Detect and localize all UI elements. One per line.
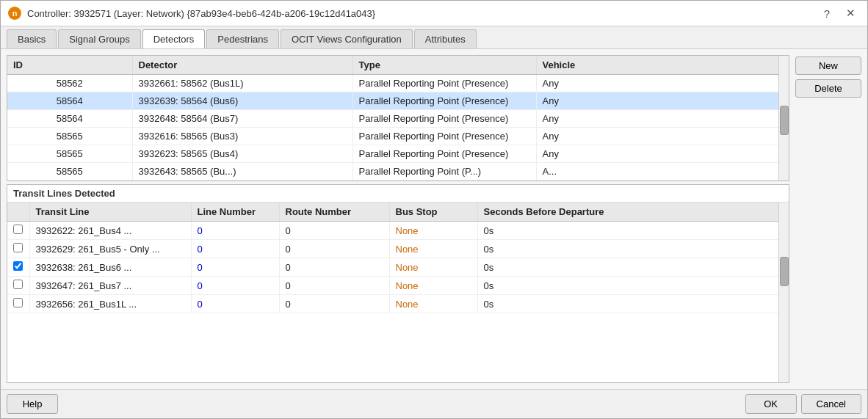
title-bar: n Controller: 3932571 (Layer: Network) {…	[1, 1, 867, 26]
cell-line-number: 0	[191, 277, 279, 295]
window-title: Controller: 3932571 (Layer: Network) {87…	[27, 8, 375, 19]
cell-route-number: 0	[279, 277, 389, 295]
side-buttons: New Delete	[795, 55, 861, 383]
cell-checkbox[interactable]	[7, 240, 29, 258]
col-vehicle: Vehicle	[536, 56, 778, 75]
cell-checkbox[interactable]	[7, 277, 29, 295]
tab-ocit[interactable]: OCIT Views Configuration	[281, 29, 413, 48]
upper-table: ID Detector Type Vehicle 58562 3932661: …	[7, 56, 778, 181]
transit-table-scroll[interactable]: Transit Line Line Number Route Number Bu…	[7, 203, 778, 382]
cell-bus-stop: None	[389, 295, 477, 313]
tab-pedestrians[interactable]: Pedestrians	[206, 29, 279, 48]
cell-type: Parallel Reporting Point (Presence)	[352, 145, 536, 163]
cell-line-number: 0	[191, 222, 279, 240]
cell-vehicle: Any	[536, 92, 778, 110]
main-window: n Controller: 3932571 (Layer: Network) {…	[0, 0, 868, 419]
help-button[interactable]: Help	[7, 394, 58, 414]
cell-type: Parallel Reporting Point (Presence)	[352, 92, 536, 110]
list-item: 3932647: 261_Bus7 ... 0 0 None 0s	[7, 277, 778, 295]
cell-vehicle: Any	[536, 128, 778, 145]
cell-seconds: 0s	[477, 295, 778, 313]
cell-seconds: 0s	[477, 258, 778, 277]
transit-table-wrapper: Transit Line Line Number Route Number Bu…	[7, 203, 789, 382]
cell-vehicle: Any	[536, 145, 778, 163]
tab-detectors[interactable]: Detectors	[142, 29, 206, 48]
upper-scroll-area[interactable]: ID Detector Type Vehicle 58562 3932661: …	[7, 56, 778, 181]
cell-transit-line: 3932656: 261_Bus1L ...	[29, 295, 191, 313]
transit-checkbox[interactable]	[13, 280, 23, 289]
cell-id: 58564	[7, 110, 132, 128]
cell-id: 58565	[7, 145, 132, 163]
cell-bus-stop: None	[389, 222, 477, 240]
footer-right: OK Cancel	[745, 394, 861, 414]
upper-table-body: 58562 3932661: 58562 (Bus1L) Parallel Re…	[7, 75, 778, 181]
list-item: 3932638: 261_Bus6 ... 0 0 None 0s	[7, 258, 778, 277]
cell-checkbox[interactable]	[7, 295, 29, 313]
cell-seconds: 0s	[477, 277, 778, 295]
cell-line-number: 0	[191, 295, 279, 313]
cell-checkbox[interactable]	[7, 222, 29, 240]
tab-attributes[interactable]: Attributes	[414, 29, 477, 48]
cell-type: Parallel Reporting Point (Presence)	[352, 110, 536, 128]
cell-detector: 3932643: 58565 (Bu...)	[132, 163, 352, 181]
content-area: ID Detector Type Vehicle 58562 3932661: …	[1, 49, 867, 389]
tab-basics[interactable]: Basics	[7, 29, 57, 48]
cell-route-number: 0	[279, 295, 389, 313]
col-check	[7, 203, 29, 222]
table-row[interactable]: 58564 3932648: 58564 (Bus7) Parallel Rep…	[7, 110, 778, 128]
upper-scrollbar[interactable]	[778, 56, 789, 181]
cell-line-number: 0	[191, 240, 279, 258]
col-bus-stop: Bus Stop	[389, 203, 477, 222]
upper-table-header-row: ID Detector Type Vehicle	[7, 56, 778, 75]
table-row[interactable]: 58562 3932661: 58562 (Bus1L) Parallel Re…	[7, 75, 778, 92]
table-row[interactable]: 58564 3932639: 58564 (Bus6) Parallel Rep…	[7, 92, 778, 110]
lower-section: Transit Lines Detected Transit Line Line…	[7, 184, 789, 383]
transit-header-row: Transit Line Line Number Route Number Bu…	[7, 203, 778, 222]
table-row[interactable]: 58565 3932616: 58565 (Bus3) Parallel Rep…	[7, 128, 778, 145]
app-icon: n	[8, 7, 21, 20]
cell-type: Parallel Reporting Point (P...)	[352, 163, 536, 181]
upper-scrollbar-thumb	[780, 106, 789, 135]
list-item: 3932622: 261_Bus4 ... 0 0 None 0s	[7, 222, 778, 240]
cell-route-number: 0	[279, 258, 389, 277]
tab-signal-groups[interactable]: Signal Groups	[58, 29, 140, 48]
main-area: ID Detector Type Vehicle 58562 3932661: …	[7, 55, 861, 383]
cell-bus-stop: None	[389, 258, 477, 277]
transit-checkbox[interactable]	[13, 225, 23, 234]
transit-checkbox[interactable]	[13, 261, 23, 271]
transit-scrollbar[interactable]	[778, 203, 789, 382]
table-row[interactable]: 58565 3932623: 58565 (Bus4) Parallel Rep…	[7, 145, 778, 163]
cell-bus-stop: None	[389, 277, 477, 295]
cell-route-number: 0	[279, 222, 389, 240]
delete-button[interactable]: Delete	[795, 79, 861, 98]
close-btn[interactable]: ✕	[842, 5, 860, 21]
cell-seconds: 0s	[477, 222, 778, 240]
title-bar-left: n Controller: 3932571 (Layer: Network) {…	[8, 7, 375, 20]
transit-checkbox[interactable]	[13, 243, 23, 252]
cell-type: Parallel Reporting Point (Presence)	[352, 75, 536, 92]
cancel-button[interactable]: Cancel	[801, 394, 861, 414]
cell-vehicle: A...	[536, 163, 778, 181]
new-button[interactable]: New	[795, 57, 861, 75]
title-bar-right: ? ✕	[820, 5, 860, 21]
table-row[interactable]: 58565 3932643: 58565 (Bu...) Parallel Re…	[7, 163, 778, 181]
cell-transit-line: 3932622: 261_Bus4 ...	[29, 222, 191, 240]
cell-detector: 3932661: 58562 (Bus1L)	[132, 75, 352, 92]
cell-transit-line: 3932647: 261_Bus7 ...	[29, 277, 191, 295]
cell-transit-line: 3932629: 261_Bus5 - Only ...	[29, 240, 191, 258]
upper-table-wrapper: ID Detector Type Vehicle 58562 3932661: …	[7, 55, 789, 181]
transit-checkbox[interactable]	[13, 298, 23, 307]
cell-detector: 3932616: 58565 (Bus3)	[132, 128, 352, 145]
transit-lines-header: Transit Lines Detected	[7, 185, 789, 203]
cell-id: 58564	[7, 92, 132, 110]
cell-vehicle: Any	[536, 110, 778, 128]
help-icon-btn[interactable]: ?	[820, 6, 834, 21]
cell-checkbox[interactable]	[7, 258, 29, 277]
ok-button[interactable]: OK	[745, 394, 797, 414]
cell-id: 58565	[7, 163, 132, 181]
cell-line-number: 0	[191, 258, 279, 277]
cell-id: 58562	[7, 75, 132, 92]
cell-detector: 3932623: 58565 (Bus4)	[132, 145, 352, 163]
cell-detector: 3932639: 58564 (Bus6)	[132, 92, 352, 110]
col-detector: Detector	[132, 56, 352, 75]
